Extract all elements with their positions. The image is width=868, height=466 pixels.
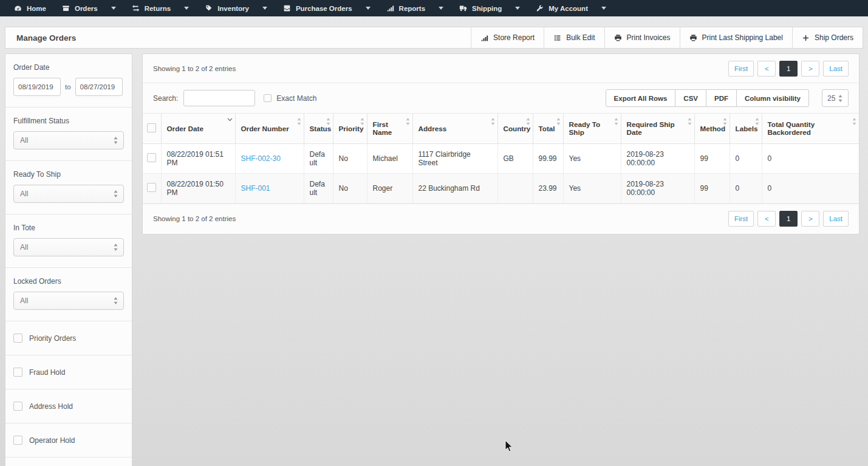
- order-number-link[interactable]: SHF-002-30: [241, 154, 281, 163]
- chevron-down-icon[interactable]: [111, 7, 116, 10]
- in-tote-filter: In Tote All: [5, 214, 132, 268]
- sort-both-icon: [723, 118, 727, 125]
- column-header-ready-to-ship[interactable]: Ready To Ship: [563, 114, 621, 143]
- priority-cell: No: [333, 143, 367, 173]
- fraud-hold-checkbox[interactable]: [13, 368, 22, 377]
- table-info-top: Showing 1 to 2 of 2 entries First < 1 > …: [143, 54, 859, 83]
- row-checkbox[interactable]: [147, 153, 156, 162]
- column-label: Total: [539, 125, 555, 132]
- date-from-input[interactable]: [13, 78, 61, 96]
- sort-both-icon: [688, 118, 692, 125]
- column-header-status[interactable]: Status: [304, 114, 333, 143]
- pagination-next-button[interactable]: >: [801, 211, 819, 227]
- ready-to-ship-cell: Yes: [563, 143, 621, 173]
- nav-item-orders[interactable]: Orders: [54, 0, 124, 16]
- store-report-button[interactable]: Store Report: [471, 27, 544, 48]
- print-invoices-button[interactable]: Print Invoices: [604, 27, 680, 48]
- column-header-priority[interactable]: Priority: [333, 114, 367, 143]
- exact-match-checkbox[interactable]: [264, 94, 272, 102]
- priority-orders-checkbox[interactable]: [13, 334, 22, 343]
- status-cell: Default: [304, 143, 333, 173]
- chevron-down-icon[interactable]: [262, 7, 267, 10]
- order-date-cell: 08/22/2019 01:50 PM: [161, 173, 235, 203]
- address-hold-checkbox[interactable]: [13, 402, 22, 411]
- column-header-method[interactable]: Method: [694, 114, 730, 143]
- nav-item-returns[interactable]: Returns: [124, 0, 197, 16]
- ready-to-ship-cell: Yes: [563, 173, 621, 203]
- column-header-order-number[interactable]: Order Number: [235, 114, 304, 143]
- pagination-first-button[interactable]: First: [728, 61, 754, 77]
- chevron-down-icon[interactable]: [366, 7, 371, 10]
- pagination-first-button[interactable]: First: [728, 211, 754, 227]
- column-header-first-name[interactable]: First Name: [367, 114, 412, 143]
- date-to-input[interactable]: [75, 78, 123, 96]
- in-tote-select[interactable]: All: [13, 238, 124, 256]
- order-number-link[interactable]: SHF-001: [241, 184, 270, 193]
- select-value: All: [20, 136, 28, 145]
- page-header: Manage Orders Store Report Bulk Edit Pri…: [5, 27, 863, 49]
- total-cell: 23.99: [533, 173, 563, 203]
- row-checkbox[interactable]: [147, 183, 156, 192]
- labels-cell: 0: [730, 143, 762, 173]
- nav-label: Reports: [399, 5, 425, 12]
- search-input[interactable]: [183, 90, 255, 106]
- export-all-rows-button[interactable]: Export All Rows: [606, 89, 676, 107]
- nav-item-purchase-orders[interactable]: Purchase Orders: [275, 0, 378, 16]
- nav-item-my-account[interactable]: My Account: [528, 0, 614, 16]
- select-all-header: [143, 114, 161, 143]
- locked-orders-select[interactable]: All: [13, 292, 124, 310]
- print-last-shipping-label-button[interactable]: Print Last Shipping Label: [680, 27, 792, 48]
- select-all-checkbox[interactable]: [147, 123, 156, 132]
- sort-both-icon: [852, 118, 856, 125]
- first-name-cell: Roger: [367, 173, 412, 203]
- column-visibility-button[interactable]: Column visibility: [736, 89, 809, 107]
- ship-orders-button[interactable]: Ship Orders: [792, 27, 863, 48]
- pdf-button[interactable]: PDF: [706, 89, 737, 107]
- nav-label: My Account: [548, 5, 588, 12]
- sort-desc-icon: [227, 118, 233, 122]
- column-header-total[interactable]: Total: [533, 114, 563, 143]
- nav-label: Home: [27, 5, 46, 12]
- exchange-icon: [132, 4, 140, 12]
- column-header-required-ship-date[interactable]: Required Ship Date: [621, 114, 694, 143]
- pagination-last-button[interactable]: Last: [823, 211, 849, 227]
- column-label: Required Ship Date: [627, 120, 675, 136]
- backordered-cell: 0: [762, 143, 859, 173]
- fulfillment-status-select[interactable]: All: [13, 131, 124, 149]
- page-length-select[interactable]: 25: [822, 89, 849, 107]
- priority-cell: No: [333, 173, 367, 203]
- ready-to-ship-select[interactable]: All: [13, 185, 124, 203]
- column-header-address[interactable]: Address: [412, 114, 497, 143]
- chevron-down-icon[interactable]: [439, 7, 443, 10]
- pagination-page-1-button[interactable]: 1: [779, 61, 798, 77]
- column-header-labels[interactable]: Labels: [730, 114, 762, 143]
- pagination-prev-button[interactable]: <: [757, 211, 776, 227]
- chevron-down-icon[interactable]: [184, 7, 189, 10]
- nav-item-inventory[interactable]: Inventory: [197, 0, 275, 16]
- button-label: Print Invoices: [627, 33, 671, 42]
- to-label: to: [65, 83, 71, 91]
- sort-both-icon: [614, 118, 618, 125]
- nav-item-home[interactable]: Home: [6, 0, 54, 16]
- column-header-backordered[interactable]: Total Quantity Backordered: [762, 114, 859, 143]
- column-header-country[interactable]: Country: [497, 114, 533, 143]
- csv-button[interactable]: CSV: [675, 89, 706, 107]
- pagination-prev-button[interactable]: <: [757, 61, 776, 77]
- pagination-last-button[interactable]: Last: [823, 61, 849, 77]
- labels-cell: 0: [730, 173, 762, 203]
- bulk-edit-button[interactable]: Bulk Edit: [544, 27, 604, 48]
- plus-icon: [802, 34, 810, 42]
- chevron-down-icon[interactable]: [601, 7, 606, 10]
- column-header-order-date[interactable]: Order Date: [161, 114, 235, 143]
- pagination-top: First < 1 > Last: [728, 61, 849, 77]
- nav-item-reports[interactable]: Reports: [378, 0, 451, 16]
- mouse-cursor: [504, 440, 514, 453]
- column-label: Country: [504, 125, 531, 132]
- filters-sidebar: Order Date to Fulfillment Status All Rea…: [5, 53, 132, 466]
- pagination-next-button[interactable]: >: [801, 61, 819, 77]
- nav-item-shipping[interactable]: Shipping: [451, 0, 528, 16]
- chevron-down-icon[interactable]: [515, 7, 520, 10]
- pagination-page-1-button[interactable]: 1: [779, 211, 798, 227]
- method-cell: 99: [694, 143, 730, 173]
- operator-hold-checkbox[interactable]: [13, 436, 22, 445]
